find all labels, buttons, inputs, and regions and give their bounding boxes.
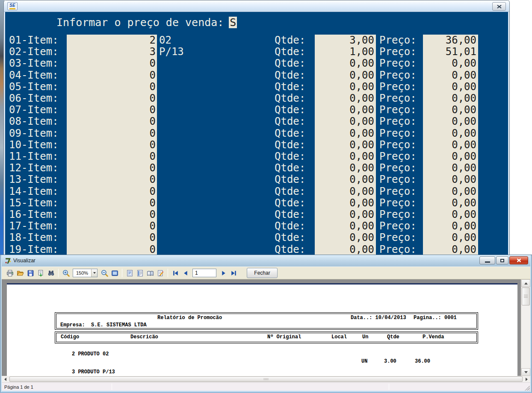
price-field[interactable]: 0,00 bbox=[423, 209, 476, 220]
qty-field[interactable]: 0,00 bbox=[315, 93, 374, 104]
se-logo-text: SE bbox=[9, 3, 15, 8]
price-field[interactable]: 0,00 bbox=[423, 70, 476, 81]
window-title: Visualizar bbox=[13, 258, 35, 264]
item-code-field[interactable]: 0 bbox=[67, 186, 156, 197]
next-page-button[interactable] bbox=[219, 268, 228, 278]
fechar-button[interactable]: Fechar bbox=[247, 268, 278, 278]
qty-field[interactable]: 0,00 bbox=[315, 81, 374, 93]
qty-field[interactable]: 0,00 bbox=[315, 70, 374, 81]
item-code-field[interactable]: 0 bbox=[67, 244, 156, 255]
qty-field[interactable]: 0,00 bbox=[315, 197, 374, 209]
qty-field[interactable]: 0,00 bbox=[315, 174, 374, 185]
qty-field[interactable]: 0,00 bbox=[315, 244, 374, 255]
price-field[interactable]: 0,00 bbox=[423, 232, 476, 243]
item-code-field[interactable]: 3 bbox=[67, 46, 156, 58]
item-code-field[interactable]: 0 bbox=[67, 58, 156, 69]
vertical-scroll-thumb[interactable] bbox=[522, 287, 530, 305]
horizontal-scrollbar[interactable] bbox=[2, 376, 530, 382]
item-code-field[interactable]: 0 bbox=[67, 70, 156, 81]
price-field[interactable]: 36,00 bbox=[423, 35, 476, 46]
scroll-down-button[interactable] bbox=[521, 368, 530, 376]
qty-field[interactable]: 0,00 bbox=[315, 232, 374, 243]
page-margins-button[interactable] bbox=[125, 268, 134, 278]
prev-page-button[interactable] bbox=[181, 268, 190, 278]
price-field[interactable]: 0,00 bbox=[423, 186, 476, 197]
fit-page-button[interactable] bbox=[110, 268, 119, 278]
edit-page-button[interactable] bbox=[156, 268, 165, 278]
item-code-field[interactable]: 0 bbox=[67, 116, 156, 127]
horizontal-scroll-thumb[interactable] bbox=[9, 376, 523, 382]
qty-field[interactable]: 0,00 bbox=[315, 104, 374, 116]
qty-field[interactable]: 0,00 bbox=[315, 162, 374, 174]
close-button[interactable] bbox=[509, 256, 528, 264]
price-field[interactable]: 0,00 bbox=[423, 220, 476, 232]
price-field[interactable]: 0,00 bbox=[423, 104, 476, 116]
item-code-field[interactable]: 0 bbox=[67, 197, 156, 209]
price-label: Preço: bbox=[379, 70, 417, 81]
export-button[interactable] bbox=[36, 268, 45, 278]
price-field[interactable]: 0,00 bbox=[423, 197, 476, 209]
price-label: Preço: bbox=[379, 209, 417, 220]
page-list-button[interactable] bbox=[135, 268, 145, 278]
price-field[interactable]: 0,00 bbox=[423, 139, 476, 151]
qty-field[interactable]: 0,00 bbox=[315, 58, 374, 69]
price-field[interactable]: 0,00 bbox=[423, 174, 476, 185]
open-button[interactable] bbox=[15, 268, 25, 278]
item-code-field[interactable]: 0 bbox=[67, 81, 156, 93]
nav-next-icon bbox=[220, 270, 227, 277]
book-view-button[interactable] bbox=[145, 268, 155, 278]
qty-label: Qtde: bbox=[275, 70, 305, 81]
price-field[interactable]: 0,00 bbox=[423, 58, 476, 69]
scroll-up-button[interactable] bbox=[521, 279, 530, 287]
scroll-left-button[interactable] bbox=[2, 376, 9, 382]
price-field[interactable]: 0,00 bbox=[423, 116, 476, 127]
price-field[interactable]: 0,00 bbox=[423, 244, 476, 255]
item-code-field[interactable]: 0 bbox=[67, 93, 156, 104]
price-field[interactable]: 0,00 bbox=[423, 151, 476, 162]
vertical-scrollbar[interactable] bbox=[521, 279, 530, 376]
restore-button[interactable] bbox=[496, 256, 508, 264]
zoom-dropdown-button[interactable] bbox=[91, 269, 97, 277]
price-field[interactable]: 0,00 bbox=[423, 81, 476, 93]
item-code-field[interactable]: 0 bbox=[67, 139, 156, 151]
qty-field[interactable]: 0,00 bbox=[315, 186, 374, 197]
price-field[interactable]: 51,01 bbox=[423, 46, 476, 58]
item-code-field[interactable]: 2 bbox=[67, 35, 156, 46]
prompt-input-cursor[interactable]: S bbox=[229, 17, 237, 28]
zoom-level-combo[interactable]: 150% bbox=[73, 269, 98, 277]
zoom-out-button[interactable] bbox=[100, 268, 109, 278]
save-button[interactable] bbox=[26, 268, 35, 278]
item-code-field[interactable]: 0 bbox=[67, 104, 156, 116]
zoom-in-button[interactable] bbox=[61, 268, 71, 278]
item-code-field[interactable]: 0 bbox=[67, 220, 156, 232]
item-code-field[interactable]: 0 bbox=[67, 151, 156, 162]
qty-field[interactable]: 0,00 bbox=[315, 139, 374, 151]
toolbar-separator bbox=[122, 269, 122, 277]
print-button[interactable] bbox=[5, 268, 15, 278]
item-code-field[interactable]: 0 bbox=[67, 209, 156, 220]
price-label: Preço: bbox=[379, 220, 417, 232]
last-page-button[interactable] bbox=[229, 268, 238, 278]
page-number-input[interactable] bbox=[192, 269, 216, 277]
item-code-field[interactable]: 0 bbox=[67, 174, 156, 185]
minimize-button[interactable] bbox=[479, 256, 495, 264]
qty-field[interactable]: 0,00 bbox=[315, 209, 374, 220]
price-field[interactable]: 0,00 bbox=[423, 128, 476, 139]
price-field[interactable]: 0,00 bbox=[423, 93, 476, 104]
first-page-button[interactable] bbox=[171, 268, 180, 278]
resize-grip-icon[interactable] bbox=[525, 385, 530, 390]
item-code-field[interactable]: 0 bbox=[67, 128, 156, 139]
item-code-field[interactable]: 0 bbox=[67, 162, 156, 174]
scroll-right-button[interactable] bbox=[523, 376, 530, 382]
qty-field[interactable]: 0,00 bbox=[315, 151, 374, 162]
qty-field[interactable]: 0,00 bbox=[315, 116, 374, 127]
item-row-label: 03-Item: bbox=[9, 58, 59, 69]
price-field[interactable]: 0,00 bbox=[423, 162, 476, 174]
qty-field[interactable]: 0,00 bbox=[315, 220, 374, 232]
qty-field[interactable]: 3,00 bbox=[315, 35, 374, 46]
search-button[interactable] bbox=[46, 268, 56, 278]
qty-field[interactable]: 1,00 bbox=[315, 46, 374, 58]
qty-field[interactable]: 0,00 bbox=[315, 128, 374, 139]
item-code-field[interactable]: 0 bbox=[67, 232, 156, 243]
close-button[interactable] bbox=[492, 2, 506, 11]
